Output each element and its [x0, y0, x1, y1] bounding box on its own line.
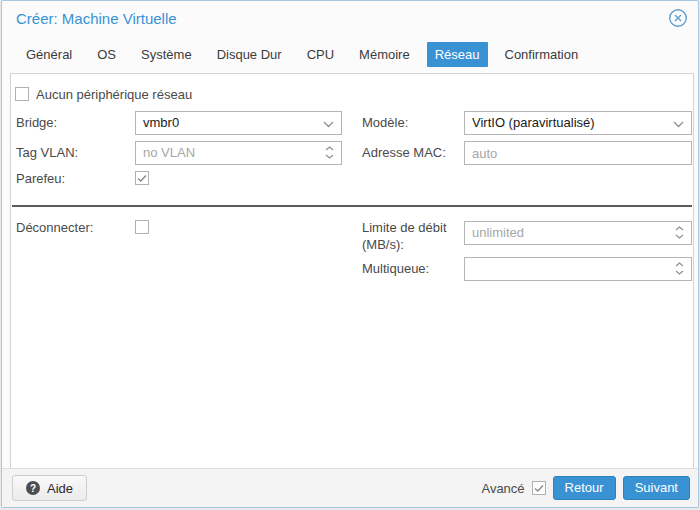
vlan-placeholder: no VLAN	[143, 145, 195, 160]
multiqueue-label: Multiqueue:	[362, 257, 429, 281]
multiqueue-spinner[interactable]	[464, 257, 692, 281]
model-label: Modèle:	[362, 111, 408, 135]
title-bar: Créer: Machine Virtuelle	[2, 1, 698, 37]
question-circle-icon: ?	[26, 481, 40, 495]
tab-general[interactable]: Général	[18, 42, 80, 67]
advanced-label[interactable]: Avancé	[481, 481, 524, 496]
no-network-device-checkbox[interactable]	[15, 87, 29, 101]
dialog-footer: ? Aide Avancé Retour Suivant	[2, 468, 698, 507]
spinner-down-icon[interactable]	[325, 154, 334, 159]
next-button[interactable]: Suivant	[623, 476, 690, 500]
mac-input[interactable]	[464, 141, 692, 165]
disconnect-checkbox[interactable]	[135, 220, 149, 234]
dialog-title: Créer: Machine Virtuelle	[16, 10, 177, 27]
chevron-down-icon[interactable]	[673, 121, 684, 128]
rate-limit-label: Limite de débit (MB/s):	[362, 219, 458, 253]
firewall-checkbox[interactable]	[135, 171, 149, 185]
spinner-up-icon[interactable]	[675, 226, 684, 231]
bridge-combobox[interactable]: vmbr0	[135, 111, 342, 135]
spinner-down-icon[interactable]	[675, 234, 684, 239]
tab-confirmation[interactable]: Confirmation	[497, 42, 587, 67]
bridge-label: Bridge:	[16, 111, 57, 135]
spinner-up-icon[interactable]	[675, 262, 684, 267]
wizard-tab-bar: Général OS Système Disque Dur CPU Mémoir…	[18, 42, 586, 67]
mac-label: Adresse MAC:	[362, 141, 446, 165]
bridge-value: vmbr0	[143, 115, 179, 130]
rate-limit-spinner[interactable]: unlimited	[464, 221, 692, 245]
no-network-device-label[interactable]: Aucun périphérique réseau	[36, 87, 192, 102]
network-tab-panel: Aucun périphérique réseau Bridge: vmbr0 …	[10, 73, 694, 471]
vlan-label: Tag VLAN:	[16, 141, 78, 165]
back-button[interactable]: Retour	[553, 476, 616, 500]
tab-os[interactable]: OS	[89, 42, 124, 67]
tab-systeme[interactable]: Système	[133, 42, 200, 67]
spinner-up-icon[interactable]	[325, 146, 334, 151]
rate-limit-placeholder: unlimited	[472, 225, 524, 240]
model-value: VirtIO (paravirtualisé)	[472, 115, 595, 130]
advanced-section-divider	[12, 205, 692, 207]
disconnect-label: Déconnecter:	[16, 220, 93, 236]
model-combobox[interactable]: VirtIO (paravirtualisé)	[464, 111, 692, 135]
tab-cpu[interactable]: CPU	[299, 42, 342, 67]
create-vm-wizard-window: Créer: Machine Virtuelle Général OS Syst…	[1, 0, 699, 508]
help-button[interactable]: ? Aide	[12, 475, 87, 501]
tab-reseau[interactable]: Réseau	[427, 42, 488, 67]
tab-disque-dur[interactable]: Disque Dur	[209, 42, 290, 67]
tab-memoire[interactable]: Mémoire	[351, 42, 418, 67]
spinner-down-icon[interactable]	[675, 270, 684, 275]
firewall-label: Parefeu:	[16, 170, 65, 188]
close-icon[interactable]	[668, 8, 688, 28]
help-button-label: Aide	[47, 481, 73, 496]
vlan-spinner[interactable]: no VLAN	[135, 141, 342, 165]
advanced-checkbox[interactable]	[532, 481, 546, 495]
chevron-down-icon[interactable]	[323, 121, 334, 128]
